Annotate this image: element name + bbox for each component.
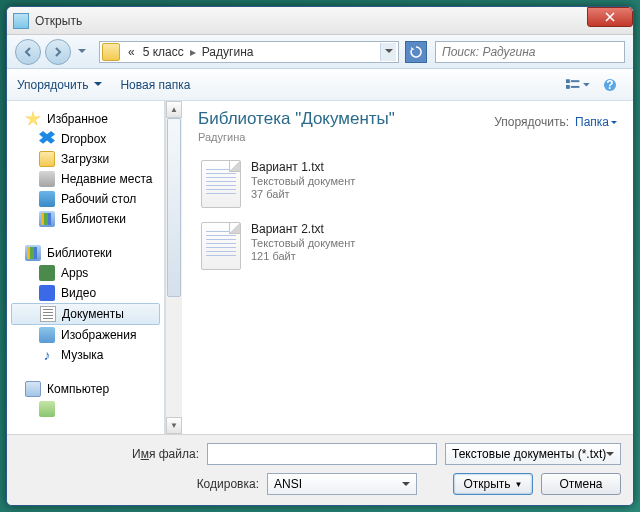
filename-input[interactable] <box>207 443 437 465</box>
sidebar-group-computer[interactable]: Компьютер <box>7 379 164 399</box>
svg-rect-2 <box>566 85 570 89</box>
sidebar-item-label: Видео <box>61 286 96 300</box>
nav-bar: « 5 класс ▸ Радугина <box>7 35 633 69</box>
svg-rect-3 <box>571 85 580 87</box>
drive-icon <box>39 401 55 417</box>
refresh-button[interactable] <box>405 41 427 63</box>
sidebar-item-documents[interactable]: Документы <box>11 303 160 325</box>
breadcrumb-chevrons[interactable]: « <box>124 45 139 59</box>
arrange-value-dropdown[interactable]: Папка <box>575 115 617 129</box>
sidebar-item-label: Недавние места <box>61 172 152 186</box>
file-name: Вариант 1.txt <box>251 160 355 174</box>
scroll-down-button[interactable]: ▼ <box>166 417 182 434</box>
sidebar-item-video[interactable]: Видео <box>7 283 164 303</box>
search-box[interactable] <box>435 41 625 63</box>
file-item[interactable]: Вариант 2.txt Текстовый документ 121 бай… <box>198 219 617 273</box>
content-pane: Библиотека "Документы" Радугина Упорядоч… <box>182 101 633 434</box>
scroll-thumb[interactable] <box>167 118 181 297</box>
sidebar-item-libraries-fav[interactable]: Библиотеки <box>7 209 164 229</box>
open-dialog-window: Открыть « 5 класс ▸ Радугина <box>6 6 634 506</box>
toolbar: Упорядочить Новая папка ? <box>7 69 633 101</box>
libraries-icon <box>25 245 41 261</box>
address-bar[interactable]: « 5 класс ▸ Радугина <box>99 41 399 63</box>
dropbox-icon <box>39 131 55 147</box>
sidebar-item-label: Рабочий стол <box>61 192 136 206</box>
help-icon: ? <box>603 78 617 92</box>
sidebar-label: Компьютер <box>47 382 109 396</box>
scroll-track[interactable] <box>166 118 182 417</box>
encoding-dropdown[interactable]: ANSI <box>267 473 417 495</box>
computer-icon <box>25 381 41 397</box>
help-button[interactable]: ? <box>597 74 623 96</box>
libraries-icon <box>39 211 55 227</box>
sidebar-scrollbar[interactable]: ▲ ▼ <box>165 101 182 434</box>
sidebar-item-pictures[interactable]: Изображения <box>7 325 164 345</box>
filetype-dropdown[interactable]: Текстовые документы (*.txt) <box>445 443 621 465</box>
sidebar-item-label: Изображения <box>61 328 136 342</box>
sidebar-label: Избранное <box>47 112 108 126</box>
library-subtitle: Радугина <box>198 131 395 143</box>
file-size: 37 байт <box>251 188 355 200</box>
sidebar-item-downloads[interactable]: Загрузки <box>7 149 164 169</box>
breadcrumb-sep-1: ▸ <box>188 45 198 59</box>
pictures-icon <box>39 327 55 343</box>
sidebar-label: Библиотеки <box>47 246 112 260</box>
close-button[interactable] <box>587 7 633 27</box>
search-input[interactable] <box>442 45 618 59</box>
back-button[interactable] <box>15 39 41 65</box>
filetype-value: Текстовые документы (*.txt) <box>452 447 606 461</box>
organize-menu[interactable]: Упорядочить <box>17 78 102 92</box>
star-icon <box>25 111 41 127</box>
view-mode-button[interactable] <box>565 74 591 96</box>
file-item[interactable]: Вариант 1.txt Текстовый документ 37 байт <box>198 157 617 211</box>
file-name: Вариант 2.txt <box>251 222 355 236</box>
svg-rect-0 <box>566 79 570 83</box>
encoding-value: ANSI <box>274 477 302 491</box>
scroll-up-button[interactable]: ▲ <box>166 101 182 118</box>
file-size: 121 байт <box>251 250 355 262</box>
arrow-left-icon <box>22 46 34 58</box>
arrange-control: Упорядочить: Папка <box>494 109 617 129</box>
view-grid-icon <box>566 79 581 91</box>
sidebar-group-libraries[interactable]: Библиотеки <box>7 243 164 263</box>
svg-rect-1 <box>571 80 580 82</box>
text-file-icon <box>201 160 241 208</box>
app-icon <box>13 13 29 29</box>
apps-icon <box>39 265 55 281</box>
text-file-icon <box>201 222 241 270</box>
chevron-down-icon <box>78 49 86 54</box>
sidebar-item-label: Dropbox <box>61 132 106 146</box>
sidebar-item-music[interactable]: ♪Музыка <box>7 345 164 365</box>
nav-history-dropdown[interactable] <box>75 43 89 61</box>
library-title: Библиотека "Документы" <box>198 109 395 129</box>
sidebar-item-recent[interactable]: Недавние места <box>7 169 164 189</box>
new-folder-button[interactable]: Новая папка <box>120 78 190 92</box>
sidebar-item-drive[interactable] <box>7 399 164 419</box>
sidebar-item-label: Музыка <box>61 348 103 362</box>
window-title: Открыть <box>35 14 82 28</box>
sidebar-item-dropbox[interactable]: Dropbox <box>7 129 164 149</box>
sidebar-group-favorites[interactable]: Избранное <box>7 109 164 129</box>
sidebar-item-label: Библиотеки <box>61 212 126 226</box>
open-button[interactable]: Открыть▼ <box>453 473 533 495</box>
address-dropdown[interactable] <box>380 43 396 61</box>
desktop-icon <box>39 191 55 207</box>
sidebar-item-desktop[interactable]: Рабочий стол <box>7 189 164 209</box>
sidebar-item-apps[interactable]: Apps <box>7 263 164 283</box>
refresh-icon <box>410 46 422 58</box>
close-icon <box>605 12 615 22</box>
forward-button[interactable] <box>45 39 71 65</box>
sidebar: Избранное Dropbox Загрузки Недавние мест… <box>7 101 165 434</box>
filename-label: Имя файла: <box>19 447 199 461</box>
arrange-label: Упорядочить: <box>494 115 569 129</box>
video-icon <box>39 285 55 301</box>
chevron-down-icon <box>385 49 393 54</box>
titlebar: Открыть <box>7 7 633 35</box>
breadcrumb-seg-2[interactable]: Радугина <box>198 45 258 59</box>
footer: Имя файла: Текстовые документы (*.txt) К… <box>7 434 633 505</box>
file-type: Текстовый документ <box>251 175 355 187</box>
sidebar-item-label: Apps <box>61 266 88 280</box>
breadcrumb-seg-1[interactable]: 5 класс <box>139 45 188 59</box>
cancel-button[interactable]: Отмена <box>541 473 621 495</box>
downloads-icon <box>39 151 55 167</box>
